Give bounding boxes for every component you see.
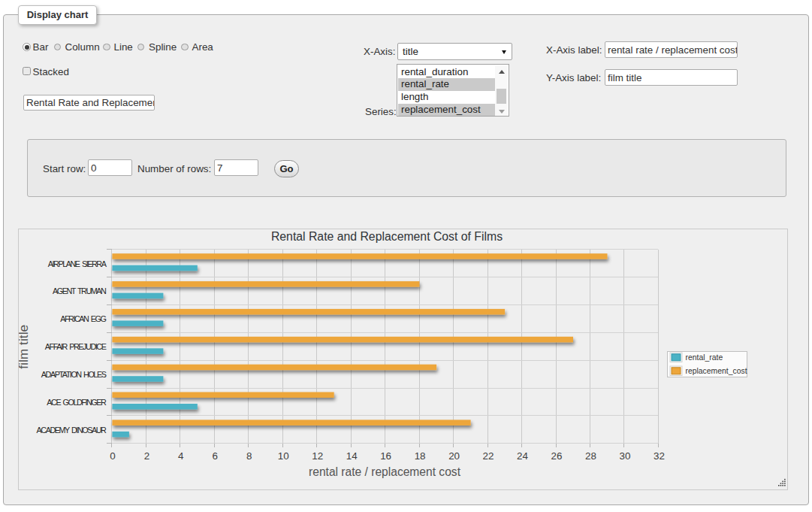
svg-text:AFFAIR PREJUDICE: AFFAIR PREJUDICE — [45, 342, 107, 351]
svg-text:rental_rate: rental_rate — [686, 353, 723, 362]
svg-text:20: 20 — [448, 450, 460, 462]
svg-text:12: 12 — [312, 450, 323, 462]
svg-text:Rental Rate and Replacement Co: Rental Rate and Replacement Cost of Film… — [271, 230, 503, 243]
svg-text:10: 10 — [278, 450, 289, 462]
svg-text:AIRPLANE SIERRA: AIRPLANE SIERRA — [48, 259, 107, 268]
svg-text:14: 14 — [346, 450, 358, 462]
svg-text:ADAPTATION HOLES: ADAPTATION HOLES — [41, 370, 107, 379]
svg-text:32: 32 — [654, 450, 665, 462]
svg-text:30: 30 — [619, 450, 630, 462]
svg-text:rental rate / replacement cost: rental rate / replacement cost — [309, 465, 461, 478]
svg-text:6: 6 — [213, 450, 218, 462]
svg-text:24: 24 — [517, 450, 528, 462]
svg-text:ACADEMY DINOSAUR: ACADEMY DINOSAUR — [37, 426, 107, 435]
svg-text:16: 16 — [380, 450, 391, 462]
svg-text:8: 8 — [246, 450, 252, 462]
svg-text:26: 26 — [551, 450, 563, 462]
svg-text:AGENT TRUMAN: AGENT TRUMAN — [53, 286, 106, 295]
svg-text:AFRICAN EGG: AFRICAN EGG — [60, 314, 106, 323]
svg-text:film title: film title — [19, 325, 31, 369]
svg-text:replacement_cost: replacement_cost — [686, 367, 747, 375]
svg-text:0: 0 — [110, 450, 115, 462]
svg-text:4: 4 — [178, 450, 184, 462]
svg-text:2: 2 — [144, 450, 149, 462]
svg-text:ACE GOLDFINGER: ACE GOLDFINGER — [47, 398, 107, 407]
svg-text:28: 28 — [585, 450, 596, 462]
svg-text:18: 18 — [415, 450, 426, 462]
svg-text:22: 22 — [483, 450, 494, 462]
